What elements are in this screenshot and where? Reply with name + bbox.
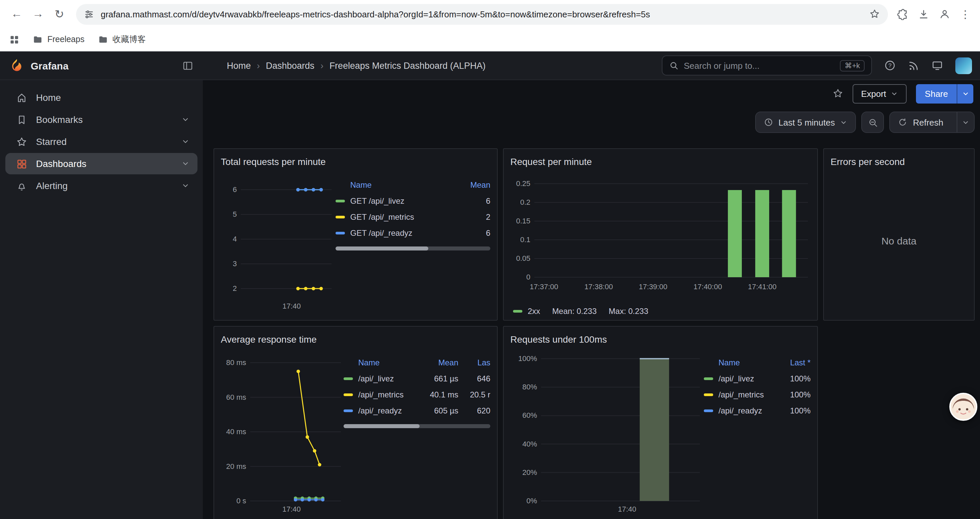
legend-series-name[interactable]: GET /api/_metrics [350,212,453,222]
sidebar-item-dashboards[interactable]: Dashboards [5,153,197,174]
legend-series-name[interactable]: /api/_readyz [719,406,772,415]
sidebar-item-bookmarks[interactable]: Bookmarks [5,109,197,130]
legend-series-name[interactable]: GET /api/_livez [350,196,453,206]
chevron-down-icon[interactable] [181,115,189,124]
share-label: Share [925,88,948,99]
refresh-button[interactable]: Refresh [890,112,951,132]
sidebar-item-alerting[interactable]: Alerting [5,175,197,196]
monitor-icon[interactable] [931,59,943,72]
bookmark-item-freeleaps[interactable]: Freeleaps [33,34,84,45]
legend-header-last[interactable]: Last * [777,358,811,367]
star-icon [16,136,27,147]
reload-button[interactable]: ↻ [49,4,69,24]
sidebar-item-starred[interactable]: Starred [5,131,197,152]
share-dropdown-button[interactable] [957,84,973,103]
panel-average-response-time: Average response time 80 ms60 ms40 ms20 … [213,326,498,519]
time-range-label: Last 5 minutes [778,117,835,127]
svg-text:17:41:00: 17:41:00 [748,283,776,291]
extensions-icon[interactable] [897,8,908,20]
time-range-button[interactable]: Last 5 minutes [755,112,856,133]
svg-text:0.1: 0.1 [520,235,530,244]
profile-icon[interactable] [939,8,951,20]
breadcrumb-dashboards[interactable]: Dashboards [266,61,315,70]
legend-header-name[interactable]: Name [719,358,772,367]
legend-series-name[interactable]: /api/_metrics [719,390,772,399]
refresh-interval-dropdown[interactable] [957,112,974,132]
svg-text:17:37:00: 17:37:00 [530,283,558,291]
bookmark-star-icon[interactable] [869,9,880,19]
legend-inline: 2xx Mean: 0.233 Max: 0.233 [510,307,811,316]
news-rss-icon[interactable] [908,60,919,71]
legend-row: /api/_livez 661 µs 646 [344,371,490,387]
user-avatar[interactable] [955,57,972,74]
forward-button[interactable]: → [28,4,48,24]
url-text[interactable]: grafana.mathmast.com/d/deytv4rwavabkb/fr… [101,9,862,19]
downloads-icon[interactable] [918,8,929,20]
forward-icon: → [32,7,44,21]
legend-series-name[interactable]: /api/_readyz [358,406,418,415]
series-color-dash [344,409,353,412]
series-color-dash [704,393,713,396]
chevron-down-icon[interactable] [181,137,189,145]
legend-scrollbar-thumb[interactable] [344,424,420,428]
request-per-minute-chart: 0.250.20.150.10.05017:37:0017:38:0017:39… [510,169,812,300]
series-color-dash [336,232,345,235]
search-placeholder: Search or jump to... [684,61,759,70]
legend-series-name[interactable]: /api/_metrics [358,390,418,399]
zoom-out-button[interactable] [862,112,884,133]
legend-series-name[interactable]: /api/_livez [719,374,772,383]
panel-grid: Total requests per minute 6543217:40 Nam… [203,137,980,519]
kebab-glyph: ⋮ [960,8,970,21]
breadcrumb-home[interactable]: Home [227,61,251,70]
chevron-down-icon[interactable] [181,182,189,190]
collapse-sidebar-icon[interactable] [182,60,194,71]
legend-header-name[interactable]: Name [358,358,418,367]
panel-title[interactable]: Requests under 100ms [510,332,811,347]
legend-series-name[interactable]: 2xx [528,307,540,316]
sidebar-item-home[interactable]: Home [5,87,197,108]
chevron-down-icon[interactable] [181,160,189,168]
panel-title[interactable]: Average response time [221,332,490,347]
legend-scrollbar[interactable] [344,424,490,428]
header-icons: ? [884,57,972,74]
legend-scrollbar[interactable] [336,246,490,251]
search-input[interactable]: Search or jump to... ⌘+k [662,56,872,75]
legend-row: GET /api/_readyz 6 [336,225,490,241]
folder-icon [33,34,43,45]
series-color-dash [704,377,713,380]
grafana-logo[interactable] [10,58,24,73]
panel-title[interactable]: Errors per second [830,154,967,169]
average-response-time-chart: 80 ms60 ms40 ms20 ms0 s17:40 [221,347,344,515]
avatar-illustration [951,394,976,420]
legend-header-mean[interactable]: Mean [424,358,458,367]
legend-header-name[interactable]: Name [350,180,453,190]
legend-scrollbar-thumb[interactable] [336,246,428,251]
legend-header-last[interactable]: Las [464,358,490,367]
site-settings-icon[interactable] [84,9,94,19]
share-button[interactable]: Share [916,84,957,103]
help-icon[interactable]: ? [884,59,896,72]
legend-header-mean[interactable]: Mean [458,180,490,190]
export-button[interactable]: Export [852,84,907,103]
legend-mean-stat: Mean: 0.233 [552,307,597,316]
bookmarks-bar: Freeleaps 收藏博客 [0,28,980,51]
search-icon [669,61,678,70]
legend-table: Name Mean GET /api/_livez 6 [336,177,490,251]
bookmark-item-blog[interactable]: 收藏博客 [98,34,146,45]
assistant-avatar[interactable] [949,393,977,421]
breadcrumb-current[interactable]: Freeleaps Metrics Dashboard (ALPHA) [329,61,486,70]
browser-menu-icon[interactable]: ⋮ [960,8,970,21]
address-bar[interactable]: grafana.mathmast.com/d/deytv4rwavabkb/fr… [76,4,888,24]
legend-series-name[interactable]: GET /api/_readyz [350,228,453,238]
bookmark-label: Freeleaps [48,35,84,44]
panel-requests-under-100ms: Requests under 100ms 100%80%60%40%20%0%1… [503,326,818,519]
back-button[interactable]: ← [7,4,27,24]
panel-title[interactable]: Request per minute [510,154,811,169]
home-icon [16,92,27,103]
panel-title[interactable]: Total requests per minute [221,154,490,169]
browser-window: ← → ↻ grafana.mathmast.com/d/deytv4rwava… [0,0,980,519]
svg-text:3: 3 [233,260,237,268]
favorite-star-icon[interactable] [832,88,843,99]
legend-series-name[interactable]: /api/_livez [358,374,418,383]
apps-grid-icon[interactable] [10,34,19,45]
